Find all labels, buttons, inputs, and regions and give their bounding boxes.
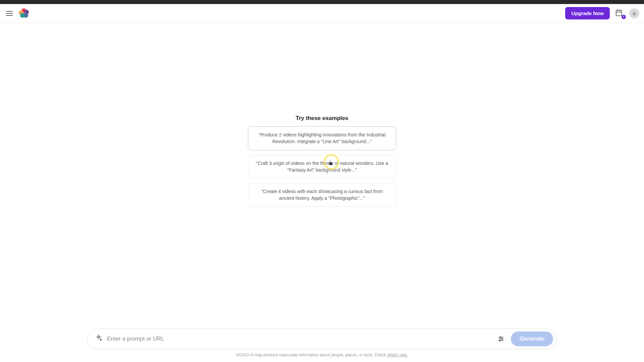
main-area: Try these examples "Produce 2 videos hig… [0, 23, 644, 362]
svg-point-5 [500, 337, 501, 338]
svg-rect-0 [616, 10, 622, 15]
calendar-badge: + [622, 15, 626, 19]
app-logo[interactable] [19, 8, 29, 18]
header-left [5, 8, 29, 18]
generate-button[interactable]: Generate [511, 331, 553, 346]
browser-top-bar [0, 0, 644, 4]
whats-new-link[interactable]: what's new. [387, 353, 408, 357]
example-card-1[interactable]: "Craft 3 origin of videos on the theme o… [248, 155, 396, 179]
menu-icon[interactable] [5, 9, 14, 18]
example-card-2[interactable]: "Create 4 videos with each showcasing a … [248, 183, 396, 207]
sparkle-icon [95, 335, 102, 343]
examples-block: Try these examples "Produce 2 videos hig… [248, 115, 396, 212]
svg-point-9 [499, 340, 500, 341]
examples-title: Try these examples [248, 115, 396, 122]
settings-sliders-icon[interactable] [496, 334, 506, 344]
bottom-area: Generate WOXO AI may produce inaccurate … [0, 328, 644, 357]
svg-point-7 [501, 338, 502, 339]
example-card-0[interactable]: "Produce 2 videos highlighting innovatio… [248, 126, 396, 150]
avatar[interactable]: a [629, 8, 639, 18]
calendar-icon[interactable]: + [615, 9, 624, 18]
disclaimer: WOXO AI may produce inaccurate informati… [236, 353, 408, 357]
header-right: Upgrade Now + a [565, 7, 639, 19]
prompt-input[interactable] [107, 329, 491, 349]
upgrade-button[interactable]: Upgrade Now [565, 7, 610, 19]
prompt-bar: Generate [87, 328, 557, 349]
app-header: Upgrade Now + a [0, 4, 644, 23]
disclaimer-text: WOXO AI may produce inaccurate informati… [236, 353, 387, 357]
